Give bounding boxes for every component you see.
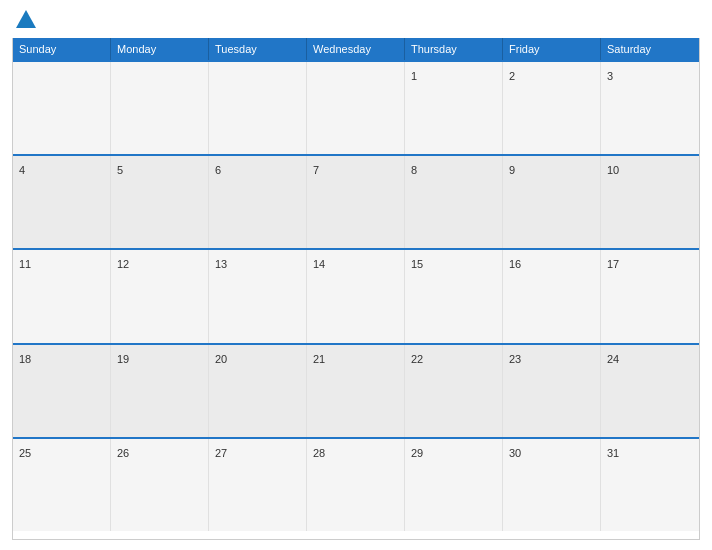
day-cell: 20 xyxy=(209,345,307,437)
day-header-sunday: Sunday xyxy=(13,38,111,60)
day-number: 31 xyxy=(607,447,619,459)
day-cell: 19 xyxy=(111,345,209,437)
day-number: 10 xyxy=(607,164,619,176)
day-number: 12 xyxy=(117,258,129,270)
weeks: 1234567891011121314151617181920212223242… xyxy=(13,60,699,531)
day-number: 8 xyxy=(411,164,417,176)
day-cell: 30 xyxy=(503,439,601,531)
day-cell: 10 xyxy=(601,156,699,248)
day-cell: 13 xyxy=(209,250,307,342)
day-number: 4 xyxy=(19,164,25,176)
day-cell: 16 xyxy=(503,250,601,342)
day-number: 2 xyxy=(509,70,515,82)
day-cell: 21 xyxy=(307,345,405,437)
day-cell: 2 xyxy=(503,62,601,154)
day-cell: 31 xyxy=(601,439,699,531)
logo-triangle-icon xyxy=(16,10,36,28)
day-cell: 1 xyxy=(405,62,503,154)
day-number: 16 xyxy=(509,258,521,270)
day-cell: 18 xyxy=(13,345,111,437)
week-row-5: 25262728293031 xyxy=(13,437,699,531)
day-cell: 27 xyxy=(209,439,307,531)
day-number: 29 xyxy=(411,447,423,459)
day-cell: 6 xyxy=(209,156,307,248)
day-number: 21 xyxy=(313,353,325,365)
day-cell xyxy=(209,62,307,154)
day-cell: 26 xyxy=(111,439,209,531)
day-number: 13 xyxy=(215,258,227,270)
day-number: 9 xyxy=(509,164,515,176)
day-cell: 8 xyxy=(405,156,503,248)
day-number: 28 xyxy=(313,447,325,459)
day-cell: 15 xyxy=(405,250,503,342)
week-row-2: 45678910 xyxy=(13,154,699,248)
day-number: 11 xyxy=(19,258,31,270)
day-number: 24 xyxy=(607,353,619,365)
day-number: 3 xyxy=(607,70,613,82)
day-number: 6 xyxy=(215,164,221,176)
logo xyxy=(12,10,36,30)
day-number: 23 xyxy=(509,353,521,365)
day-number: 26 xyxy=(117,447,129,459)
day-cell: 14 xyxy=(307,250,405,342)
header xyxy=(12,10,700,30)
day-cell: 9 xyxy=(503,156,601,248)
day-cell xyxy=(13,62,111,154)
day-cell: 3 xyxy=(601,62,699,154)
day-number: 27 xyxy=(215,447,227,459)
day-header-tuesday: Tuesday xyxy=(209,38,307,60)
day-number: 30 xyxy=(509,447,521,459)
day-cell: 12 xyxy=(111,250,209,342)
day-cell xyxy=(307,62,405,154)
day-cell: 7 xyxy=(307,156,405,248)
day-number: 15 xyxy=(411,258,423,270)
day-cell: 25 xyxy=(13,439,111,531)
day-cell: 24 xyxy=(601,345,699,437)
day-header-wednesday: Wednesday xyxy=(307,38,405,60)
week-row-1: 123 xyxy=(13,60,699,154)
day-headers: SundayMondayTuesdayWednesdayThursdayFrid… xyxy=(13,38,699,60)
day-number: 1 xyxy=(411,70,417,82)
day-cell: 5 xyxy=(111,156,209,248)
week-row-3: 11121314151617 xyxy=(13,248,699,342)
day-number: 20 xyxy=(215,353,227,365)
day-cell: 29 xyxy=(405,439,503,531)
day-number: 25 xyxy=(19,447,31,459)
day-cell: 23 xyxy=(503,345,601,437)
day-cell: 17 xyxy=(601,250,699,342)
day-cell xyxy=(111,62,209,154)
day-cell: 28 xyxy=(307,439,405,531)
day-header-thursday: Thursday xyxy=(405,38,503,60)
day-number: 18 xyxy=(19,353,31,365)
week-row-4: 18192021222324 xyxy=(13,343,699,437)
day-cell: 22 xyxy=(405,345,503,437)
day-number: 17 xyxy=(607,258,619,270)
day-number: 22 xyxy=(411,353,423,365)
page: SundayMondayTuesdayWednesdayThursdayFrid… xyxy=(0,0,712,550)
day-number: 7 xyxy=(313,164,319,176)
day-cell: 11 xyxy=(13,250,111,342)
day-header-saturday: Saturday xyxy=(601,38,699,60)
day-number: 14 xyxy=(313,258,325,270)
day-number: 5 xyxy=(117,164,123,176)
day-cell: 4 xyxy=(13,156,111,248)
day-header-friday: Friday xyxy=(503,38,601,60)
calendar: SundayMondayTuesdayWednesdayThursdayFrid… xyxy=(12,38,700,540)
day-number: 19 xyxy=(117,353,129,365)
day-header-monday: Monday xyxy=(111,38,209,60)
